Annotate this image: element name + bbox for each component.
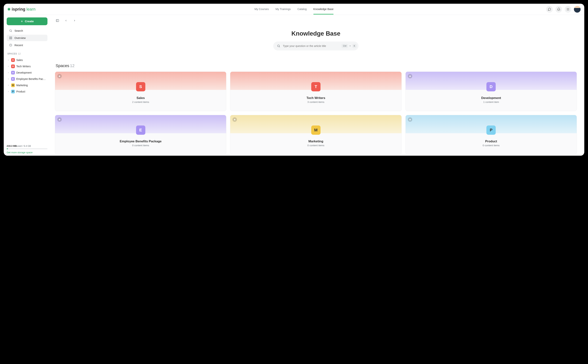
space-tile: E [136,125,145,135]
space-label: Marketing [16,84,28,87]
svg-rect-15 [9,38,10,39]
storage-link[interactable]: Get more storage space [7,151,33,154]
nav-knowledge-base[interactable]: Knowledge Base [313,4,333,14]
brand-name-bold: ispring [12,7,25,12]
space-letter-badge: E [11,77,15,81]
space-card-subtitle: 3 content items [233,101,398,104]
svg-marker-22 [59,75,60,77]
svg-point-6 [567,10,568,10]
space-letter-badge: A [11,58,15,62]
sidebar-overview[interactable]: Overview [7,35,47,41]
search-shortcut: Ctrl+K [341,44,357,48]
space-card-title: Product [409,140,574,143]
svg-point-11 [9,30,11,32]
bell-icon[interactable] [555,6,562,13]
svg-rect-14 [11,37,12,38]
svg-line-21 [279,46,280,47]
storage-used-label: used [17,145,22,147]
svg-point-5 [568,9,569,9]
sidebar-search[interactable]: Search [7,27,47,34]
space-card[interactable]: D Development 1 content item [405,72,577,111]
chat-icon[interactable] [546,6,553,13]
storage-used: 219.3 MB [7,145,17,147]
star-icon[interactable] [408,74,412,78]
svg-point-4 [568,9,568,9]
star-icon[interactable] [232,117,237,122]
space-tile: D [486,82,496,91]
space-card-title: Marketing [233,140,398,143]
sidebar-space-item[interactable]: A Tech Writers [7,63,47,70]
sidebar-search-label: Search [14,29,23,32]
toggle-sidebar-icon[interactable] [55,18,60,23]
svg-point-0 [567,8,568,9]
spaces-heading: Spaces12 [56,63,577,68]
space-card-title: Development [409,96,574,100]
svg-point-7 [568,10,568,10]
space-card[interactable]: P Product 0 content items [405,115,577,155]
svg-point-8 [568,10,569,10]
star-icon[interactable] [57,117,62,122]
space-card-title: Tech Writers [233,96,398,100]
space-card[interactable]: S Sales 2 content items [55,72,226,111]
space-card-subtitle: 1 content item [409,101,574,104]
chevron-right-icon [7,84,10,86]
svg-point-2 [568,8,569,9]
chevron-right-icon [7,78,10,80]
sidebar-overview-label: Overview [14,37,26,39]
chevron-right-icon [7,72,10,74]
space-card[interactable]: T Tech Writers 3 content items [230,72,402,111]
sidebar-recent-label: Recent [14,44,23,47]
nav-forward-icon[interactable] [72,18,77,23]
svg-marker-24 [59,119,60,120]
space-label: Sales [16,58,23,62]
nav-my-trainings[interactable]: My Trainings [275,4,291,14]
space-card[interactable]: M Marketing 0 content items [230,115,402,155]
space-tile: T [311,82,320,91]
sidebar-space-item[interactable]: E Employee Benefits Pac… [7,76,47,82]
create-button[interactable]: Create [7,17,47,25]
create-label: Create [25,20,34,23]
search-box[interactable]: Ctrl+K [273,41,359,50]
brand-name-light: learn [26,7,35,12]
space-label: Development [16,71,32,74]
brand-logo[interactable]: ✱ ispring learn [7,7,35,12]
sidebar-space-item[interactable]: M Marketing [7,82,47,88]
svg-point-3 [567,9,568,9]
sidebar-recent[interactable]: Recent [7,42,47,48]
topbar-right [546,6,581,13]
sidebar-space-item[interactable]: A Development [7,70,47,76]
space-card-subtitle: 0 content items [58,144,223,147]
svg-point-20 [277,45,280,47]
space-card-subtitle: 0 content items [409,144,574,147]
space-label: Tech Writers [16,65,31,68]
svg-rect-13 [9,37,10,38]
star-icon[interactable] [57,74,62,78]
sidebar-space-item[interactable]: A Sales [7,57,47,63]
apps-icon[interactable] [565,6,571,13]
svg-rect-16 [11,38,12,39]
star-icon[interactable] [408,117,412,122]
space-card[interactable]: E Employee Benefits Package 0 content it… [55,115,226,155]
nav-back-icon[interactable] [63,18,69,23]
space-label: Employee Benefits Pac… [16,78,46,80]
space-tile: M [311,125,320,135]
nav-catalog[interactable]: Catalog [297,4,307,14]
nav-my-courses[interactable]: My Courses [255,4,269,14]
sidebar: Create Search Overview Recent SPACES12 A… [4,15,50,156]
space-letter-badge: M [11,83,15,87]
sidebar-space-item[interactable]: P Product [7,88,47,95]
chevron-right-icon [7,91,10,92]
overview-icon [9,36,12,39]
space-letter-badge: A [11,65,15,68]
search-icon [277,44,280,48]
search-input[interactable] [283,45,339,47]
clock-icon [9,44,12,47]
storage-meter: 219.3 MBused / 9.4 GB Get more storage s… [7,145,47,154]
content: Knowledge Base Ctrl+K Spaces12 S Sales 2 [50,15,584,156]
space-card-subtitle: 0 content items [233,144,398,147]
svg-marker-25 [234,119,235,120]
spaces-header: SPACES12 [7,52,47,55]
plus-icon [20,20,23,23]
svg-marker-23 [409,75,411,77]
avatar[interactable] [574,6,581,13]
